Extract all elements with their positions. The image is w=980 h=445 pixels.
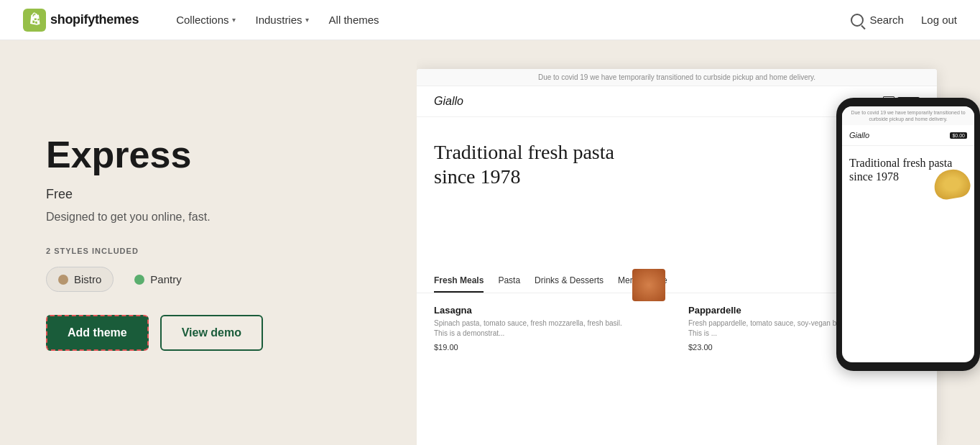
theme-description: Designed to get you online, fast. [46,211,371,224]
preview-item-details: Lasagna Spinach pasta, tomato sauce, fre… [434,305,632,352]
style-option-bistro[interactable]: Bistro [46,267,114,292]
item-description: Spinach pasta, tomato sauce, fresh mozza… [434,318,632,339]
mobile-cart-badge: $0.00 [950,132,967,139]
tab-fresh-meals[interactable]: Fresh Meals [434,275,484,293]
nav-item-collections[interactable]: Collections ▾ [167,8,244,32]
mobile-preview: Due to covid 19 we have temporarily tran… [836,98,980,371]
mobile-store-name: Giallo [849,131,869,139]
nav-item-industries[interactable]: Industries ▾ [247,8,318,32]
preview-container: Due to covid 19 we have temporarily tran… [417,69,980,445]
chevron-down-icon: ▾ [232,16,236,24]
search-button[interactable]: Search [851,14,904,27]
logout-button[interactable]: Log out [921,14,957,26]
bistro-color-dot [58,275,68,285]
logo[interactable]: shopifythemes [23,9,139,32]
preview-headline: Traditional fresh pasta since 1978 [434,140,621,264]
preview-announcement-banner: Due to covid 19 we have temporarily tran… [417,69,937,86]
tab-pasta[interactable]: Pasta [498,275,520,293]
pantry-color-dot [134,275,144,285]
style-options: Bistro Pantry [46,267,371,292]
theme-title: Express [46,134,371,175]
preview-store-name: Giallo [434,95,463,108]
main-nav: Collections ▾ Industries ▾ All themes [167,8,851,32]
search-icon [851,14,864,27]
main-content: Express Free Designed to get you online,… [0,40,980,445]
logo-text: shopifythemes [50,12,139,27]
action-buttons: Add theme View demo [46,315,371,351]
mobile-announcement-banner: Due to covid 19 we have temporarily tran… [842,106,974,125]
item-price: $19.00 [434,343,632,352]
style-option-pantry[interactable]: Pantry [122,267,193,292]
mobile-screen: Due to covid 19 we have temporarily tran… [842,106,974,362]
nav-item-all-themes[interactable]: All themes [320,8,388,32]
item-name: Lasagna [434,305,632,316]
mobile-navigation: Giallo $0.00 [842,125,974,146]
pantry-label: Pantry [150,273,181,285]
view-demo-button[interactable]: View demo [160,315,263,351]
chevron-down-icon: ▾ [305,16,309,24]
header-right: Search Log out [851,14,957,27]
add-theme-button[interactable]: Add theme [46,315,149,351]
bistro-label: Bistro [74,273,101,285]
header: shopifythemes Collections ▾ Industries ▾… [0,0,980,40]
preview-item-row: Lasagna Spinach pasta, tomato sauce, fre… [434,305,665,352]
theme-info-panel: Express Free Designed to get you online,… [0,40,417,445]
shopify-logo-icon [23,9,46,32]
theme-price: Free [46,187,371,202]
styles-label: 2 STYLES INCLUDED [46,247,371,255]
theme-preview-panel: Due to covid 19 we have temporarily tran… [417,40,980,445]
preview-item-lasagna: Lasagna Spinach pasta, tomato sauce, fre… [434,305,665,352]
tab-drinks-desserts[interactable]: Drinks & Desserts [535,275,604,293]
